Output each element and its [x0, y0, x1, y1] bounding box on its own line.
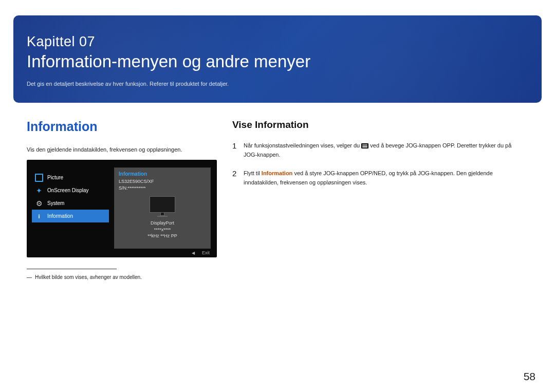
onscreen-display-icon	[35, 186, 43, 195]
footnote-divider	[27, 269, 117, 269]
osd-panel: Information LS32E590CS/XF S/N:**********…	[114, 167, 211, 249]
osd-serial: S/N:**********	[119, 185, 206, 192]
footnote-mark: ―	[27, 274, 32, 280]
step-1-text: Når funksjonstastveiledningen vises, vel…	[244, 140, 520, 159]
osd-port: DisplayPort	[119, 220, 206, 227]
page-number: 58	[524, 370, 535, 383]
footnote: ― Hvilket bilde som vises, avhenger av m…	[27, 274, 222, 280]
chapter-banner: Kapittel 07 Information-menyen og andre …	[13, 15, 542, 103]
step-2: 2 Flytt til Information ved å styre JOG-…	[232, 167, 520, 187]
osd-label-onscreen: OnScreen Display	[47, 188, 89, 193]
osd-freq: **kHz **Hz PP	[119, 233, 206, 239]
osd-model: LS32E590CS/XF	[119, 178, 206, 185]
osd-footer: ◀ Exit	[192, 250, 210, 255]
picture-icon	[35, 174, 43, 182]
osd-screenshot: Picture OnScreen Display System Informat…	[27, 160, 217, 257]
step-2-text: Flytt til Information ved å styre JOG-kn…	[244, 167, 520, 187]
vise-information-heading: Vise Information	[232, 119, 520, 130]
osd-sidebar: Picture OnScreen Display System Informat…	[32, 171, 109, 222]
step-2-pre: Flytt til	[244, 170, 262, 176]
step-1-number: 1	[232, 140, 237, 159]
step-1-pre: Når funksjonstastveiledningen vises, vel…	[244, 142, 361, 148]
chapter-label: Kapittel 07	[27, 34, 526, 50]
osd-item-onscreen: OnScreen Display	[32, 184, 109, 197]
back-arrow-icon: ◀	[192, 251, 195, 255]
osd-item-picture: Picture	[32, 171, 109, 184]
osd-panel-title: Information	[119, 171, 206, 177]
osd-label-picture: Picture	[47, 175, 63, 180]
menu-icon	[361, 143, 368, 148]
information-intro: Vis den gjeldende inndatakilden, frekven…	[27, 146, 222, 153]
left-column: Information Vis den gjeldende inndatakil…	[27, 119, 222, 280]
step-2-highlight: Information	[262, 170, 293, 176]
monitor-icon	[150, 196, 175, 213]
osd-resolution: ****x****	[119, 227, 206, 233]
information-heading: Information	[27, 119, 222, 134]
osd-label-system: System	[47, 200, 64, 206]
osd-item-information: Information	[32, 210, 109, 222]
footnote-text: Hvilket bilde som vises, avhenger av mod…	[35, 274, 142, 280]
osd-label-information: Information	[47, 213, 73, 219]
right-column: Vise Information 1 Når funksjonstastveil…	[232, 119, 520, 195]
step-2-number: 2	[232, 167, 237, 187]
monitor-base-icon	[157, 216, 168, 217]
chapter-subtitle: Det gis en detaljert beskrivelse av hver…	[27, 81, 526, 87]
info-icon	[35, 212, 43, 220]
step-1: 1 Når funksjonstastveiledningen vises, v…	[232, 140, 520, 159]
chapter-title: Information-menyen og andre menyer	[27, 52, 526, 71]
osd-item-system: System	[32, 197, 109, 210]
gear-icon	[35, 199, 43, 208]
osd-exit-label: Exit	[202, 250, 210, 255]
